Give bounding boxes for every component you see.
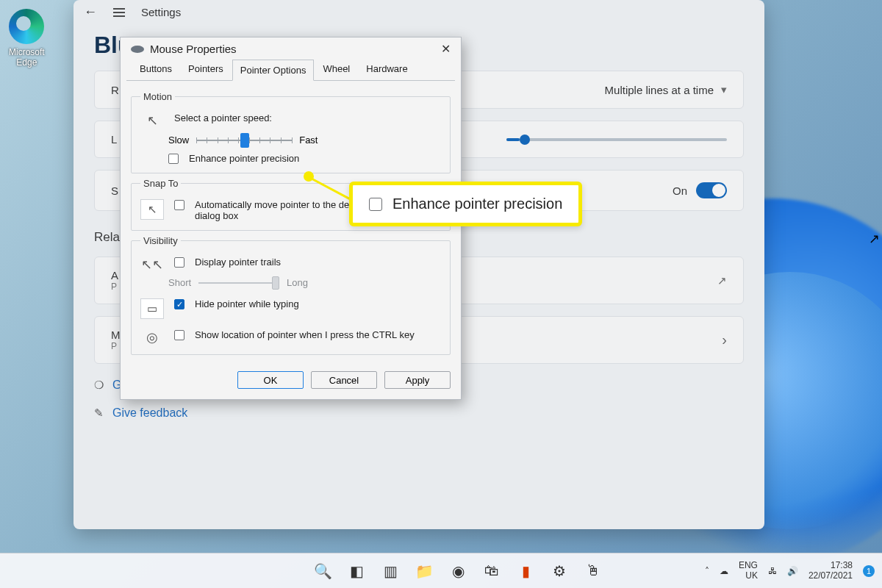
tab-pointers[interactable]: Pointers	[181, 59, 231, 80]
mouse-taskbar-icon[interactable]: 🖱	[584, 562, 603, 581]
volume-icon[interactable]: 🔊	[787, 566, 798, 576]
store-icon[interactable]: 🛍	[482, 562, 501, 581]
search-icon[interactable]: 🔍	[313, 562, 332, 581]
tab-buttons[interactable]: Buttons	[132, 59, 179, 80]
mouse-cursor: ↖	[869, 231, 880, 247]
visibility-group: Visibility ↖↖ Display pointer trails Sho…	[131, 235, 451, 355]
hide-typing-label: Hide pointer while typing	[195, 298, 299, 309]
slider-thumb[interactable]	[240, 133, 249, 148]
fast-label: Fast	[299, 135, 318, 146]
hide-typing-icon: ▭	[140, 298, 164, 319]
cancel-button[interactable]: Cancel	[311, 371, 377, 389]
close-button[interactable]	[441, 42, 451, 56]
enhance-precision-label: Enhance pointer precision	[189, 153, 299, 164]
short-label: Short	[168, 277, 191, 288]
clock[interactable]: 17:3822/07/2021	[808, 561, 853, 581]
tab-strip: Buttons Pointers Pointer Options Wheel H…	[126, 59, 455, 80]
tab-hardware[interactable]: Hardware	[359, 59, 415, 80]
callout-label: Enhance pointer precision	[392, 196, 562, 212]
apply-button[interactable]: Apply	[384, 371, 451, 389]
snap-legend: Snap To	[140, 178, 181, 189]
trail-length-slider	[198, 282, 279, 284]
snap-icon: ↖	[140, 199, 164, 220]
mouse-icon	[131, 46, 144, 53]
pointer-speed-label: Select a pointer speed:	[174, 112, 272, 123]
tab-pointer-options[interactable]: Pointer Options	[232, 60, 315, 81]
start-button[interactable]	[279, 562, 298, 581]
dialog-title: Mouse Properties	[131, 43, 237, 55]
explorer-icon[interactable]: 📁	[415, 562, 434, 581]
edge-icon	[9, 9, 44, 44]
motion-group: Motion ↖ Select a pointer speed: Slow Fa…	[131, 91, 451, 173]
visibility-legend: Visibility	[140, 235, 181, 246]
hide-typing-checkbox[interactable]	[174, 299, 184, 309]
taskbar: 🔍 ◧ ▥ 📁 ◉ 🛍 ▮ ⚙ 🖱 ˄ ☁ ENGUK 🖧 🔊 17:3822/…	[0, 553, 882, 588]
slow-label: Slow	[168, 135, 189, 146]
trails-icon: ↖↖	[140, 257, 164, 273]
desktop-icon-label: Microsoft Edge	[9, 47, 45, 68]
callout-checkbox	[369, 198, 382, 211]
ctrl-locate-icon: ◎	[140, 329, 164, 345]
taskview-icon[interactable]: ◧	[347, 562, 366, 581]
edge-taskbar-icon[interactable]: ◉	[448, 562, 467, 581]
ctrl-locate-checkbox[interactable]	[174, 330, 184, 340]
network-icon[interactable]: 🖧	[768, 566, 777, 576]
enhance-precision-checkbox[interactable]	[168, 154, 179, 164]
ctrl-locate-label: Show location of pointer when I press th…	[195, 329, 415, 340]
snap-checkbox[interactable]	[174, 200, 184, 210]
office-icon[interactable]: ▮	[516, 562, 535, 581]
language-indicator[interactable]: ENGUK	[739, 561, 758, 581]
pointer-speed-icon: ↖	[140, 112, 164, 129]
notification-badge[interactable]: 1	[863, 565, 875, 577]
settings-taskbar-icon[interactable]: ⚙	[550, 562, 569, 581]
tray-chevron-icon[interactable]: ˄	[705, 566, 709, 576]
tab-wheel[interactable]: Wheel	[315, 59, 357, 80]
motion-legend: Motion	[140, 91, 175, 102]
ok-button[interactable]: OK	[237, 371, 304, 389]
trails-label: Display pointer trails	[195, 257, 281, 268]
pointer-speed-slider[interactable]	[196, 140, 292, 141]
widgets-icon[interactable]: ▥	[381, 562, 400, 581]
annotation-callout: Enhance pointer precision	[349, 182, 582, 226]
weather-icon[interactable]: ☁	[720, 566, 728, 576]
desktop-icon-edge[interactable]: Microsoft Edge	[9, 9, 45, 68]
trails-checkbox[interactable]	[174, 257, 184, 268]
long-label: Long	[287, 277, 308, 288]
